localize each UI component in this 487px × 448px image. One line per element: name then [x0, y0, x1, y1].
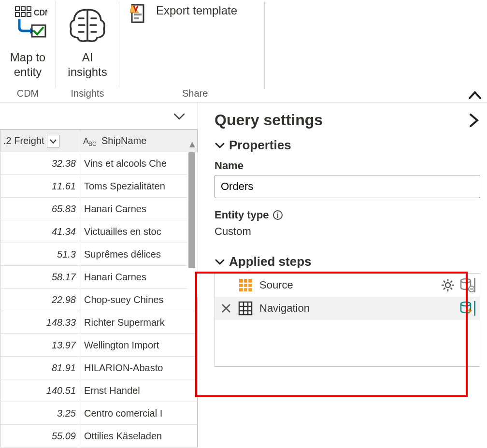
cell-shipname[interactable]: Ottilies Käseladen [80, 425, 198, 448]
table-row[interactable]: 22.98Chop-suey Chines [0, 289, 198, 311]
cell-shipname[interactable]: Centro comercial I [80, 402, 198, 425]
column-header-shipname[interactable]: A B C ShipName [80, 130, 198, 152]
ribbon-group-cdm: CDM Map to entity CDM [0, 0, 56, 102]
chevron-down-icon [215, 140, 225, 151]
data-preview-pane: .2 Freight A B [0, 102, 198, 448]
cell-shipname[interactable]: Wellington Import [80, 334, 198, 357]
svg-rect-16 [239, 279, 252, 291]
applied-step-label: Source [258, 279, 436, 291]
delete-step-button[interactable] [219, 303, 233, 314]
svg-line-28 [444, 288, 445, 290]
cdm-map-icon: CDM [9, 3, 47, 49]
ribbon-group-label-cdm: CDM [17, 88, 39, 99]
cell-shipname[interactable]: Hanari Carnes [80, 266, 198, 289]
cell-shipname[interactable]: Toms Spezialitäten [80, 175, 198, 198]
map-to-entity-button[interactable]: CDM Map to entity [1, 0, 55, 79]
table-row[interactable]: 65.83Hanari Carnes [0, 198, 198, 220]
vertical-scrollbar[interactable]: ▲ [187, 152, 198, 297]
applied-step-label: Navigation [258, 302, 455, 315]
svg-text:C: C [92, 141, 97, 147]
table-orange-icon [238, 278, 253, 292]
svg-line-29 [451, 281, 453, 283]
export-template-button[interactable]: Export template [119, 0, 487, 23]
svg-point-21 [445, 283, 450, 288]
type-text-icon: A B C [83, 135, 99, 147]
cell-freight[interactable]: 140.51 [0, 379, 80, 402]
chevron-down-icon [215, 257, 225, 267]
cell-freight[interactable]: 11.61 [0, 175, 80, 198]
column-header-freight-label: .2 Freight [3, 135, 44, 146]
ai-insights-label: AI insights [68, 50, 107, 79]
column-header-shipname-label: ShipName [101, 135, 146, 146]
ribbon-group-label-share: Share [182, 88, 208, 99]
table-outline-icon [238, 301, 253, 316]
cell-freight[interactable]: 51.3 [0, 243, 80, 266]
export-template-label: Export template [156, 4, 237, 17]
entity-type-label: Entity type [215, 209, 269, 221]
table-row[interactable]: 58.17Hanari Carnes [0, 266, 198, 289]
table-row[interactable]: 81.91HILARION-Abasto [0, 357, 198, 379]
entity-type-value: Custom [215, 225, 480, 238]
cell-freight[interactable]: 41.34 [0, 220, 80, 243]
table-row[interactable]: 32.38Vins et alcools Che [0, 152, 198, 175]
cell-shipname[interactable]: Richter Supermark [80, 311, 198, 334]
brain-icon [67, 3, 108, 49]
cell-shipname[interactable]: Victuailles en stoc [80, 220, 198, 243]
svg-rect-9 [134, 17, 139, 19]
cell-freight[interactable]: 22.98 [0, 289, 80, 311]
ribbon-collapse-button[interactable] [468, 88, 482, 103]
cell-freight[interactable]: 81.91 [0, 357, 80, 379]
database-bolt-icon[interactable] [459, 301, 476, 316]
table-row[interactable]: 140.51Ernst Handel [0, 379, 198, 402]
svg-line-26 [444, 281, 445, 283]
svg-line-27 [451, 288, 453, 290]
cell-shipname[interactable]: Suprêmes délices [80, 243, 198, 266]
data-grid[interactable]: .2 Freight A B [0, 130, 198, 448]
column-header-freight[interactable]: .2 Freight [0, 130, 80, 152]
chevron-down-icon [172, 110, 186, 123]
applied-step[interactable]: Source [215, 274, 480, 297]
cell-freight[interactable]: 13.97 [0, 334, 80, 357]
scroll-thumb[interactable] [188, 152, 195, 268]
export-template-icon [129, 4, 148, 23]
gear-icon[interactable] [441, 278, 455, 292]
column-filter-button[interactable] [47, 135, 59, 147]
table-row[interactable]: 3.25Centro comercial I [0, 402, 198, 425]
info-icon[interactable] [272, 210, 283, 220]
cell-shipname[interactable]: Vins et alcools Che [80, 152, 198, 175]
applied-steps-list: SourceNavigation [215, 273, 480, 367]
svg-rect-33 [474, 278, 475, 292]
chevron-right-icon[interactable] [468, 113, 480, 128]
table-row[interactable]: 148.33Richter Supermark [0, 311, 198, 334]
ribbon: CDM Map to entity CDM [0, 0, 487, 102]
table-row[interactable]: 11.61Toms Spezialitäten [0, 175, 198, 198]
table-row[interactable]: 55.09Ottilies Käseladen [0, 425, 198, 448]
map-to-entity-label: Map to entity [10, 50, 45, 79]
svg-rect-0 [15, 7, 19, 11]
cell-freight[interactable]: 32.38 [0, 152, 80, 175]
name-label: Name [215, 159, 480, 172]
cell-freight[interactable]: 3.25 [0, 402, 80, 425]
cell-shipname[interactable]: Chop-suey Chines [80, 289, 198, 311]
table-row[interactable]: 51.3Suprêmes délices [0, 243, 198, 266]
svg-rect-34 [239, 302, 252, 315]
svg-rect-5 [27, 13, 31, 16]
formula-bar[interactable] [0, 102, 198, 130]
applied-step[interactable]: Navigation [215, 297, 480, 320]
cell-freight[interactable]: 148.33 [0, 311, 80, 334]
query-settings-title: Query settings [215, 111, 323, 129]
table-row[interactable]: 41.34Victuailles en stoc [0, 220, 198, 243]
query-name-input[interactable] [215, 175, 480, 198]
cell-shipname[interactable]: HILARION-Abasto [80, 357, 198, 379]
applied-steps-section-toggle[interactable]: Applied steps [215, 254, 480, 269]
properties-section-toggle[interactable]: Properties [215, 138, 480, 153]
cell-freight[interactable]: 65.83 [0, 198, 80, 220]
cell-freight[interactable]: 58.17 [0, 266, 80, 289]
database-minus-icon[interactable] [459, 278, 476, 292]
cell-shipname[interactable]: Hanari Carnes [80, 198, 198, 220]
table-row[interactable]: 13.97Wellington Import [0, 334, 198, 357]
query-settings-pane: Query settings Properties Name Entity ty… [198, 102, 487, 448]
ai-insights-button[interactable]: AI insights [56, 0, 119, 79]
cell-shipname[interactable]: Ernst Handel [80, 379, 198, 402]
cell-freight[interactable]: 55.09 [0, 425, 80, 448]
